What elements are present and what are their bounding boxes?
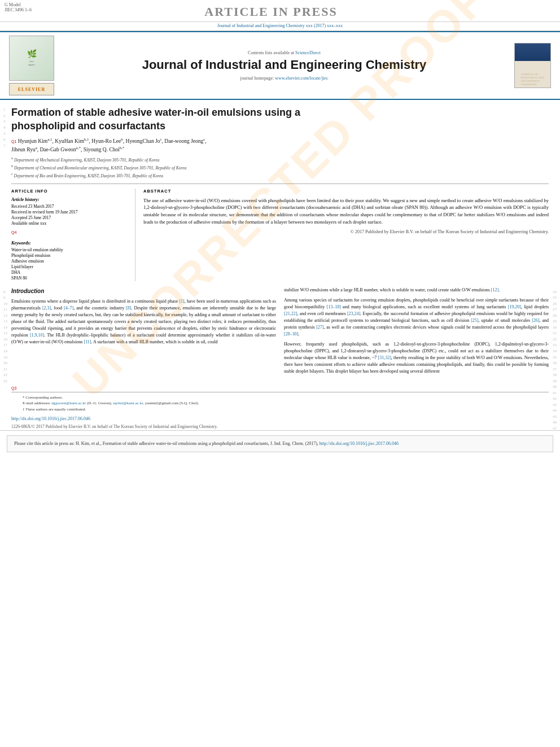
two-col-header: ARTICLE INFO Article history: Received 2… xyxy=(11,184,549,281)
journal-header: 🌿 tree figure ELSEVIER Contents lists av… xyxy=(0,31,560,100)
sciencedirect-link[interactable]: ScienceDirect xyxy=(295,50,321,55)
ref-21-22: [21,22] xyxy=(284,311,297,316)
journal-link-top: Journal of Industrial and Engineering Ch… xyxy=(0,22,560,31)
keyword-3: Adhesive emulsion xyxy=(11,259,129,264)
doi-line: http://dx.doi.org/10.1016/j.jiec.2017.06… xyxy=(0,414,560,423)
intro-title: Introduction xyxy=(11,287,276,295)
journal-title-main: Journal of Industrial and Engineering Ch… xyxy=(60,57,509,73)
ref-11: [11] xyxy=(84,339,91,344)
journal-link-text: Journal of Industrial and Engineering Ch… xyxy=(217,23,343,28)
article-section: UNCORRECTED PROOF 1234567 Formation of s… xyxy=(0,100,560,281)
available-online: Available online xxx xyxy=(11,221,129,226)
contents-line: Contents lists available at ScienceDirec… xyxy=(60,50,509,55)
keywords-label: Keywords: xyxy=(11,241,129,246)
affil-a: a Department of Mechanical Engineering, … xyxy=(11,156,549,163)
ref-12: [12] xyxy=(491,287,498,292)
right-para2: Among various species of surfactants for… xyxy=(284,297,549,338)
right-body-line-numbers: 24252627282930 31323334353637 3839404142… xyxy=(553,289,557,432)
affiliations: a Department of Mechanical Engineering, … xyxy=(11,156,549,178)
ref-1-9-10: [1,9,10] xyxy=(30,333,44,338)
body-section: 891011121314 15161718192021 2223 2425262… xyxy=(0,281,560,384)
ref-26: [26] xyxy=(532,318,539,323)
body-left-col: Introduction Emulsions systems where a d… xyxy=(11,287,276,378)
copyright-bottom: 1226-086X/© 2017 Published by Elsevier B… xyxy=(0,423,560,431)
left-body-line-numbers: 891011121314 15161718192021 2223 xyxy=(3,289,7,385)
elsevier-text: ELSEVIER xyxy=(18,87,45,92)
ref-28-30: [28–30] xyxy=(284,331,298,337)
keyword-2: Phospholipid emulsion xyxy=(11,253,129,258)
intro-para1: Emulsions systems where a disperse liqui… xyxy=(11,298,276,346)
ref-31-32: [31,32] xyxy=(378,355,391,360)
g-model-label: G Model JIEC 3496 1–6 xyxy=(5,2,32,12)
affil-c: c Department of Bio and Brain Engineerin… xyxy=(11,172,549,179)
citation-box: Please cite this article in press as: H.… xyxy=(7,435,553,452)
ref-2-3: [2,3] xyxy=(42,305,51,311)
email-note: E-mail addresses: dggweon@kaist.ac.kr (D… xyxy=(23,400,537,407)
article-history-label: Article history: xyxy=(11,197,129,202)
journal-title-block: Contents lists available at ScienceDirec… xyxy=(60,50,509,81)
right-para1: stabilize W/O emulsions while a large HL… xyxy=(284,287,549,294)
abstract-text: The use of adhesive water-in-oil (W/O) e… xyxy=(143,197,549,226)
doi-url[interactable]: http://dx.doi.org/10.1016/j.jiec.2017.06… xyxy=(11,416,90,421)
ref-25: [25] xyxy=(471,318,478,323)
journal-logo-left: 🌿 tree figure xyxy=(9,36,54,81)
revised-date: Received in revised form 19 June 2017 xyxy=(11,209,129,215)
keyword-1: Water-in-oil emulsion stability xyxy=(11,247,129,252)
received-date: Received 23 March 2017 xyxy=(11,204,129,209)
keyword-5: DHA xyxy=(11,270,129,275)
journal-homepage: journal homepage: www.elsevier.com/locat… xyxy=(60,76,509,81)
copyright-line: © 2017 Published by Elsevier B.V. on beh… xyxy=(143,229,549,234)
keyword-4: Lipid bilayer xyxy=(11,264,129,269)
abstract-header: ABSTRACT xyxy=(143,189,549,194)
article-info-section: ARTICLE INFO Article history: Received 2… xyxy=(11,189,135,281)
email1-name: (D.-G. Gweon), xyxy=(87,401,112,405)
q3-section: Q3 xyxy=(0,384,560,392)
equal-contrib-note: 1 These authors are equally contributed. xyxy=(23,407,537,413)
ref-4-7: [4–7] xyxy=(64,305,73,311)
article-title: Formation of stable adhesive water-in-oi… xyxy=(11,106,549,133)
email1-link[interactable]: dggweon@kaist.ac.kr xyxy=(51,401,86,405)
journal-logo-right: JOURNAL OFINDUSTRIAL ANDENGINEERINGCHEMI… xyxy=(514,43,551,88)
ref-1: [1] xyxy=(179,299,184,304)
authors: Q1 Hyunjun Kima,1, KyuHan Kimb,1, Hyun-R… xyxy=(11,137,549,154)
ref-23-24: [23,24] xyxy=(347,311,360,316)
line-numbers-left: 1234567 xyxy=(3,107,6,148)
citation-text: Please cite this article in press as: H.… xyxy=(14,441,318,446)
article-info-header: ARTICLE INFO xyxy=(11,189,129,194)
corresponding-note: * Corresponding authors. xyxy=(23,395,537,401)
keyword-6: SPAN 80 xyxy=(11,276,129,281)
q3-marker: Q3 xyxy=(11,386,16,390)
citation-link[interactable]: http://dx.doi.org/10.1016/j.jiec.2017.06… xyxy=(320,441,399,446)
affil-b: b Department of Chemical and Biomolecula… xyxy=(11,164,549,171)
accepted-date: Accepted 25 June 2017 xyxy=(11,215,129,220)
ref-13-18: [13–18] xyxy=(326,304,340,309)
homepage-url[interactable]: www.elsevier.com/locate/jiec xyxy=(275,76,328,81)
top-banner: G Model JIEC 3496 1–6 ARTICLE IN PRESS xyxy=(0,0,560,22)
author-q1: Q1 xyxy=(11,139,16,143)
right-para3: However, frequently used phospholipids, … xyxy=(284,341,549,375)
abstract-section: ABSTRACT The use of adhesive water-in-oi… xyxy=(143,189,549,281)
footnotes: * Corresponding authors. E-mail addresse… xyxy=(11,392,549,415)
page: G Model JIEC 3496 1–6 ARTICLE IN PRESS J… xyxy=(0,0,560,747)
body-right-col: stabilize W/O emulsions while a large HL… xyxy=(284,287,549,378)
article-in-press-banner: ARTICLE IN PRESS xyxy=(32,2,510,19)
ref-19-20: [19,20] xyxy=(508,304,521,309)
ref-27: [27] xyxy=(316,325,323,330)
elsevier-logo: ELSEVIER xyxy=(9,83,54,95)
logo-left-block: 🌿 tree figure ELSEVIER xyxy=(9,36,54,95)
ref-8: [8] xyxy=(126,305,131,311)
email2-name: yssmm2@gmail.com (S.Q. Choi). xyxy=(145,401,199,405)
email2-link[interactable]: sqchoi@kaist.ac.kr, xyxy=(113,401,144,405)
q4-marker: Q4 xyxy=(11,230,16,234)
